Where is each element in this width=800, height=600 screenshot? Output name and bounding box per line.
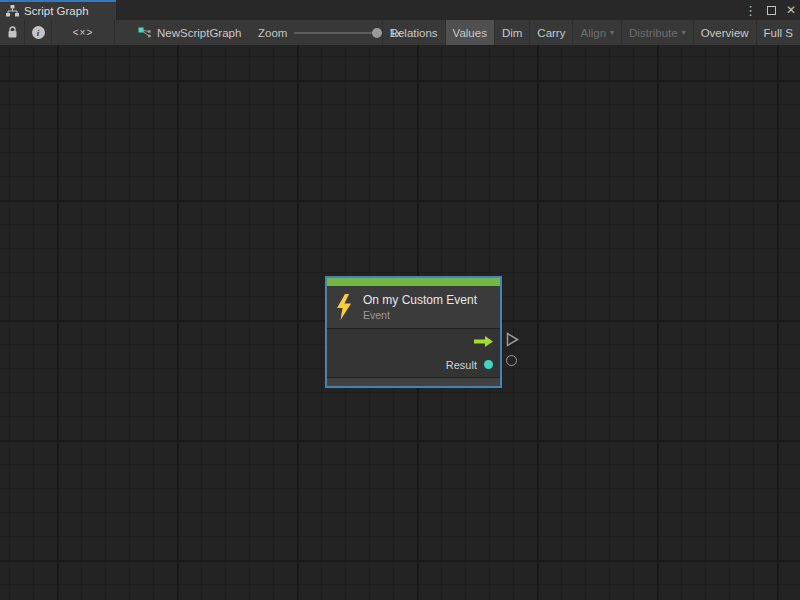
graph-breadcrumb[interactable]: NewScriptGraph <box>130 20 249 45</box>
values-button[interactable]: Values <box>445 20 494 45</box>
chevron-down-icon: ▾ <box>682 28 686 37</box>
close-icon[interactable]: ✕ <box>786 4 796 16</box>
dim-button[interactable]: Dim <box>494 20 529 45</box>
distribute-dropdown[interactable]: Distribute ▾ <box>621 20 693 45</box>
node-subtitle: Event <box>363 309 477 321</box>
fullscreen-button[interactable]: Full S <box>756 20 800 45</box>
value-output-connector-icon[interactable] <box>506 355 517 366</box>
overview-button[interactable]: Overview <box>693 20 756 45</box>
zoom-slider-track <box>294 32 382 34</box>
maximize-icon[interactable] <box>767 6 776 15</box>
zoom-slider[interactable] <box>294 27 382 39</box>
zoom-label: Zoom <box>258 27 287 39</box>
info-icon: i <box>32 26 45 39</box>
script-graph-asset-icon <box>138 27 151 39</box>
control-flow-arrow-icon <box>474 336 493 347</box>
graph-name: NewScriptGraph <box>157 27 241 39</box>
align-dropdown[interactable]: Align ▾ <box>572 20 621 45</box>
tab-script-graph[interactable]: Script Graph <box>0 0 116 20</box>
zoom-control: Zoom 1x <box>258 20 402 45</box>
code-view-button[interactable]: <×> <box>52 20 115 45</box>
node-footer <box>327 378 500 386</box>
lightning-bolt-icon <box>335 294 353 320</box>
carry-button[interactable]: Carry <box>529 20 572 45</box>
node-color-strip <box>327 278 500 286</box>
control-output-port-row[interactable] <box>327 330 500 352</box>
script-graph-window: Script Graph ⋮ ✕ i <×> <box>0 0 800 600</box>
relations-button[interactable]: Relations <box>382 20 445 45</box>
window-menu-icon[interactable]: ⋮ <box>744 4 757 17</box>
chevron-down-icon: ▾ <box>610 28 614 37</box>
control-output-connector-icon[interactable] <box>506 332 519 347</box>
node-header[interactable]: On my Custom Event Event <box>327 286 500 328</box>
value-port-dot-icon <box>484 360 493 369</box>
info-button[interactable]: i <box>25 20 52 45</box>
value-output-port-row[interactable]: Result <box>327 354 500 376</box>
code-icon: <×> <box>73 27 94 38</box>
graph-canvas[interactable]: On my Custom Event Event Result <box>0 46 800 600</box>
toolbar-toggle-group: Relations Values Dim Carry Align ▾ Distr… <box>382 20 800 45</box>
node-title: On my Custom Event <box>363 293 477 307</box>
node-body: Result <box>327 329 500 377</box>
lock-icon <box>7 26 18 39</box>
lock-button[interactable] <box>0 20 25 45</box>
graph-hierarchy-icon <box>6 5 19 17</box>
port-label: Result <box>446 359 477 371</box>
tab-bar: Script Graph ⋮ ✕ <box>0 0 800 20</box>
graph-toolbar: i <×> NewScriptGraph Zoom 1x <box>0 20 800 46</box>
tab-title: Script Graph <box>24 5 89 17</box>
event-node-on-my-custom-event[interactable]: On my Custom Event Event Result <box>325 276 502 388</box>
